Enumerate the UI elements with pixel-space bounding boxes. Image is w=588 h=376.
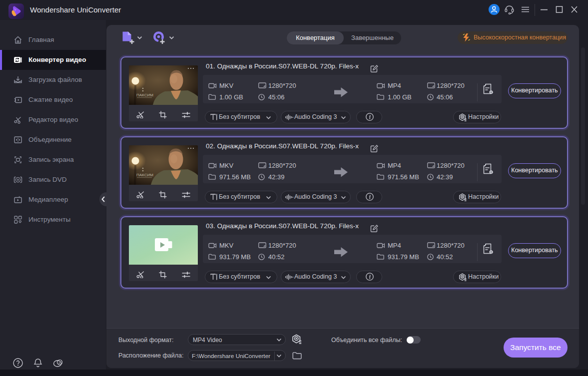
svg-text:ПАКСИМ: ПАКСИМ bbox=[136, 173, 153, 177]
svg-text:ПАКСИМ: ПАКСИМ bbox=[136, 93, 153, 97]
